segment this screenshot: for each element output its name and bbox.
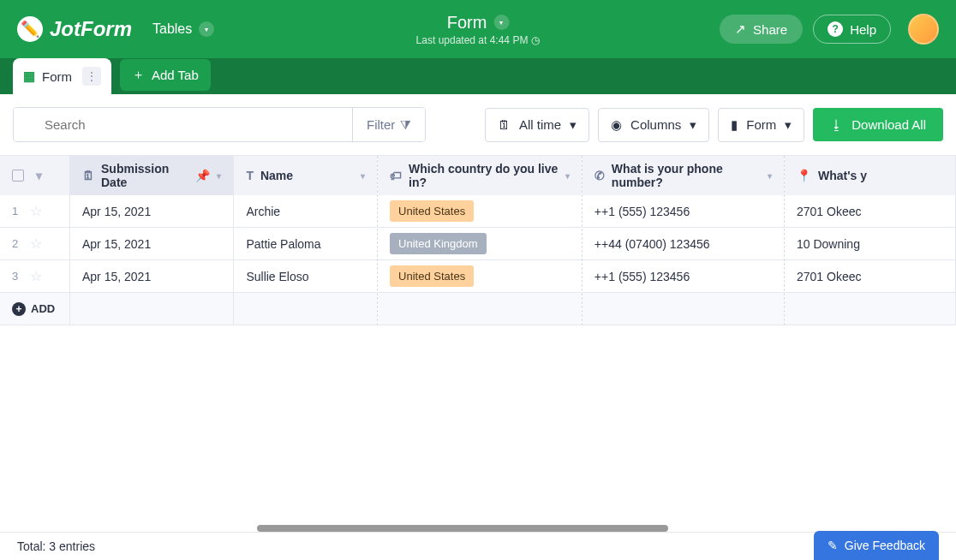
- cell-country[interactable]: United States: [378, 260, 582, 293]
- cell-phone[interactable]: ++1 (555) 123456: [583, 195, 784, 228]
- chevron-down-icon[interactable]: ▾: [768, 171, 772, 181]
- feedback-icon: ✎: [828, 539, 838, 552]
- form-title-dropdown[interactable]: Form ▾: [416, 13, 541, 33]
- chevron-down-icon: ▾: [493, 15, 509, 30]
- chevron-down-icon: ▾: [690, 117, 696, 133]
- calendar-icon: 🗓: [82, 169, 94, 182]
- column-phone: ✆ What is your phone number? ▾ ++1 (555)…: [583, 156, 785, 325]
- header: ✏️ JotForm Tables ▾ Form ▾ Last updated …: [0, 0, 956, 58]
- column-address: 📍 What's y 2701 Okeec 10 Downing 2701 Ok…: [785, 156, 956, 325]
- eye-icon: ◉: [611, 117, 622, 133]
- tab-form[interactable]: ▦ Form ⋮: [13, 58, 111, 94]
- column-name: T Name ▾ Archie Pattie Paloma Sullie Elo…: [234, 156, 378, 325]
- tab-more-button[interactable]: ⋮: [82, 67, 101, 86]
- logo[interactable]: ✏️ JotForm: [17, 16, 132, 42]
- cell-address[interactable]: 10 Downing: [785, 228, 955, 260]
- chevron-down-icon: ▾: [199, 21, 214, 37]
- tabs-bar: ▦ Form ⋮ ＋ Add Tab: [0, 58, 956, 94]
- cell-date[interactable]: Apr 15, 2021: [70, 195, 233, 228]
- cell-date[interactable]: Apr 15, 2021: [70, 228, 233, 260]
- last-updated: Last updated at 4:44 PM ◷: [416, 34, 541, 46]
- table: ▾ 1☆ 2☆ 3☆ +ADD 🗓 Submission Date 📌 ▾ Ap…: [0, 155, 956, 325]
- pin-icon: 📍: [797, 169, 811, 182]
- header-right: ↗ Share ? Help: [720, 14, 939, 45]
- cell-name[interactable]: Archie: [234, 195, 377, 228]
- grid-icon: ▦: [23, 69, 35, 84]
- tables-dropdown[interactable]: Tables ▾: [152, 21, 214, 37]
- chevron-down-icon[interactable]: ▾: [361, 171, 365, 181]
- filter-icon: ⧩: [400, 117, 411, 133]
- cell-country[interactable]: United States: [378, 195, 582, 228]
- header-phone[interactable]: ✆ What is your phone number? ▾: [583, 156, 784, 195]
- cell-phone[interactable]: ++44 (07400) 123456: [583, 228, 784, 260]
- date-range-button[interactable]: 🗓 All time ▾: [485, 108, 589, 142]
- columns-button[interactable]: ◉ Columns ▾: [598, 108, 709, 142]
- cell-date[interactable]: Apr 15, 2021: [70, 260, 233, 293]
- header-country[interactable]: 🏷 Which country do you live in? ▾: [378, 156, 582, 195]
- download-all-button[interactable]: ⭳ Download All: [813, 108, 943, 141]
- column-submission-date: 🗓 Submission Date 📌 ▾ Apr 15, 2021 Apr 1…: [70, 156, 234, 325]
- cell-name[interactable]: Sullie Eloso: [234, 260, 377, 293]
- clock-icon: ◷: [531, 34, 540, 46]
- pin-icon[interactable]: 📌: [195, 169, 210, 182]
- chevron-down-icon: ▾: [785, 117, 792, 133]
- horizontal-scrollbar[interactable]: [257, 525, 668, 532]
- share-button[interactable]: ↗ Share: [720, 15, 803, 44]
- tag-icon: 🏷: [390, 169, 402, 182]
- cell-address[interactable]: 2701 Okeec: [785, 260, 955, 293]
- search-group: ⌕ Filter ⧩: [13, 107, 426, 142]
- table-row[interactable]: 2☆: [0, 228, 69, 260]
- cell-phone[interactable]: ++1 (555) 123456: [583, 260, 784, 293]
- avatar[interactable]: [908, 14, 939, 45]
- share-icon: ↗: [735, 21, 746, 37]
- form-title-text: Form: [447, 13, 487, 33]
- star-icon[interactable]: ☆: [30, 203, 42, 219]
- form-view-button[interactable]: ▮ Form ▾: [718, 108, 804, 142]
- header-center: Form ▾ Last updated at 4:44 PM ◷: [416, 13, 541, 46]
- text-icon: T: [246, 169, 254, 182]
- star-icon[interactable]: ☆: [30, 268, 42, 284]
- calendar-icon: 🗓: [498, 117, 511, 132]
- cell-address[interactable]: 2701 Okeec: [785, 195, 955, 228]
- total-entries: Total: 3 entries: [17, 539, 95, 553]
- star-icon[interactable]: ☆: [30, 235, 42, 252]
- phone-icon: ✆: [595, 169, 605, 182]
- header-name[interactable]: T Name ▾: [234, 156, 377, 195]
- plus-icon: ＋: [132, 67, 145, 83]
- document-icon: ▮: [731, 117, 738, 133]
- chevron-down-icon: ▾: [570, 117, 577, 133]
- footer: Total: 3 entries ✎ Give Feedback: [0, 532, 956, 560]
- cell-country[interactable]: United Kingdom: [378, 228, 582, 260]
- column-country: 🏷 Which country do you live in? ▾ United…: [378, 156, 583, 325]
- give-feedback-button[interactable]: ✎ Give Feedback: [814, 531, 939, 560]
- logo-icon: ✏️: [17, 16, 43, 42]
- cell-name[interactable]: Pattie Paloma: [234, 228, 377, 260]
- table-row[interactable]: 1☆: [0, 195, 69, 228]
- select-all-checkbox[interactable]: [12, 170, 24, 182]
- logo-text: JotForm: [50, 17, 132, 41]
- column-index: ▾ 1☆ 2☆ 3☆ +ADD: [0, 156, 70, 325]
- toolbar: ⌕ Filter ⧩ 🗓 All time ▾ ◉ Columns ▾ ▮ Fo…: [0, 94, 956, 155]
- add-row-button[interactable]: +ADD: [0, 293, 69, 325]
- chevron-down-icon[interactable]: ▾: [565, 171, 570, 181]
- help-icon: ?: [828, 21, 843, 37]
- help-button[interactable]: ? Help: [813, 15, 891, 44]
- filter-button[interactable]: Filter ⧩: [352, 108, 425, 141]
- add-tab-button[interactable]: ＋ Add Tab: [120, 59, 211, 91]
- header-address[interactable]: 📍 What's y: [785, 156, 955, 195]
- header-submission-date[interactable]: 🗓 Submission Date 📌 ▾: [70, 156, 233, 195]
- tables-label: Tables: [152, 21, 192, 37]
- download-icon: ⭳: [830, 117, 843, 132]
- plus-icon: +: [12, 302, 26, 316]
- table-row[interactable]: 3☆: [0, 260, 69, 293]
- chevron-down-icon[interactable]: ▾: [36, 169, 42, 182]
- chevron-down-icon[interactable]: ▾: [217, 171, 221, 181]
- search-input[interactable]: [14, 108, 352, 141]
- header-index: ▾: [0, 156, 69, 195]
